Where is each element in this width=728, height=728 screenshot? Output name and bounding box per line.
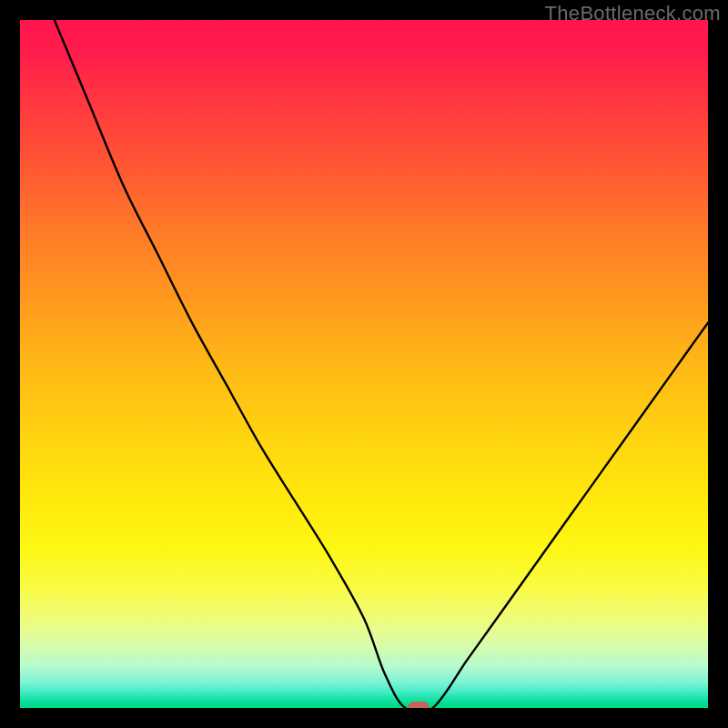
plot-area xyxy=(20,20,708,708)
watermark-text: TheBottleneck.com xyxy=(545,2,721,25)
bottleneck-curve xyxy=(20,20,708,708)
chart-frame: TheBottleneck.com xyxy=(0,0,728,728)
optimum-marker xyxy=(408,702,430,708)
